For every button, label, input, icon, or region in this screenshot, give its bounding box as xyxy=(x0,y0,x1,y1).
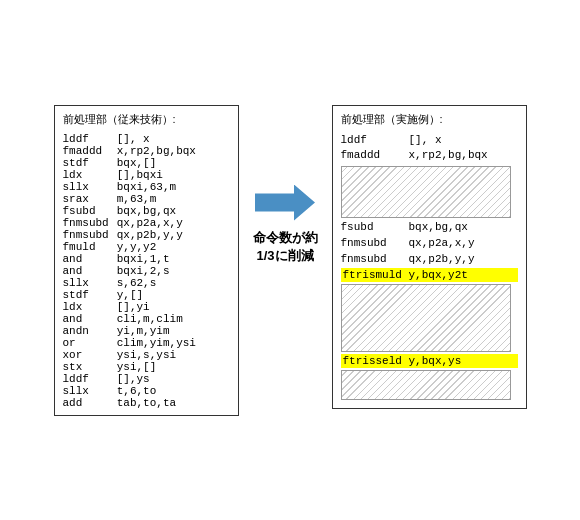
arrow-section: 命令数が約 1/3に削減 xyxy=(247,185,324,265)
left-panel-title: 前処理部（従来技術）: xyxy=(63,112,230,127)
left-args-cell: m,63,m xyxy=(117,193,196,205)
left-op-cell: stdf xyxy=(63,289,117,301)
highlighted-instruction-1: ftrismuld y,bqx,y2t xyxy=(341,268,518,282)
left-args-cell: [],bqxi xyxy=(117,169,196,181)
right-args: qx,p2a,x,y xyxy=(409,236,475,252)
right-op: fsubd xyxy=(341,220,401,236)
left-op-cell: ldx xyxy=(63,301,117,313)
left-op-cell: add xyxy=(63,397,117,409)
right-code-row: fnmsubdqx,p2a,x,y xyxy=(341,236,518,252)
left-code-row: fnmsubdqx,p2b,y,y xyxy=(63,229,196,241)
left-args-cell: t,6,to xyxy=(117,385,196,397)
left-code-row: fmuldy,y,y2 xyxy=(63,241,196,253)
left-op-cell: stdf xyxy=(63,157,117,169)
left-code-row: andbqxi,1,t xyxy=(63,253,196,265)
left-code-row: lddf[], x xyxy=(63,133,196,145)
right-op: fnmsubd xyxy=(341,236,401,252)
right-args: [], x xyxy=(409,133,442,149)
left-code-row: sraxm,63,m xyxy=(63,193,196,205)
left-code-row: sllxt,6,to xyxy=(63,385,196,397)
left-args-cell: [], x xyxy=(117,133,196,145)
left-op-cell: sllx xyxy=(63,385,117,397)
left-args-cell: bqx,[] xyxy=(117,157,196,169)
left-code-row: andcli,m,clim xyxy=(63,313,196,325)
left-op-cell: or xyxy=(63,337,117,349)
left-op-cell: and xyxy=(63,265,117,277)
arrow-label: 命令数が約 1/3に削減 xyxy=(253,229,318,265)
left-op-cell: xor xyxy=(63,349,117,361)
left-args-cell: ysi,s,ysi xyxy=(117,349,196,361)
left-args-cell: clim,yim,ysi xyxy=(117,337,196,349)
right-code-row: lddf[], x xyxy=(341,133,518,149)
left-code-table: lddf[], xfmadddx,rp2,bg,bqxstdfbqx,[]ldx… xyxy=(63,133,196,409)
right-op: fmaddd xyxy=(341,148,401,164)
left-op-cell: stx xyxy=(63,361,117,373)
left-args-cell: bqxi,63,m xyxy=(117,181,196,193)
left-code-row: ldx[],bqxi xyxy=(63,169,196,181)
arrow-icon xyxy=(255,185,315,221)
right-code-row: fsubdbqx,bg,qx xyxy=(341,220,518,236)
left-code-row: fmadddx,rp2,bg,bqx xyxy=(63,145,196,157)
highlighted-instruction-2: ftrisseld y,bqx,ys xyxy=(341,354,518,368)
left-op-cell: ldx xyxy=(63,169,117,181)
right-args: x,rp2,bg,bqx xyxy=(409,148,488,164)
right-content: lddf[], xfmadddx,rp2,bg,bqxfsubdbqx,bg,q… xyxy=(341,133,518,401)
right-op: lddf xyxy=(341,133,401,149)
right-top-section: lddf[], xfmadddx,rp2,bg,bqx xyxy=(341,133,518,165)
left-args-cell: qx,p2a,x,y xyxy=(117,217,196,229)
right-code-row: fnmsubdqx,p2b,y,y xyxy=(341,252,518,268)
left-args-cell: y,y,y2 xyxy=(117,241,196,253)
left-code-row: andbqxi,2,s xyxy=(63,265,196,277)
left-op-cell: andn xyxy=(63,325,117,337)
left-code-row: sllxbqxi,63,m xyxy=(63,181,196,193)
left-panel: 前処理部（従来技術）: lddf[], xfmadddx,rp2,bg,bqxs… xyxy=(54,105,239,416)
left-args-cell: bqxi,2,s xyxy=(117,265,196,277)
left-op-cell: lddf xyxy=(63,373,117,385)
left-op-cell: sllx xyxy=(63,181,117,193)
left-code-row: lddf[],ys xyxy=(63,373,196,385)
left-args-cell: [],yi xyxy=(117,301,196,313)
left-op-cell: and xyxy=(63,253,117,265)
hatched-block-2 xyxy=(341,284,511,352)
right-args: bqx,bg,qx xyxy=(409,220,468,236)
left-op-cell: srax xyxy=(63,193,117,205)
left-code-row: stdfbqx,[] xyxy=(63,157,196,169)
left-op-cell: sllx xyxy=(63,277,117,289)
left-code-row: orclim,yim,ysi xyxy=(63,337,196,349)
left-op-cell: lddf xyxy=(63,133,117,145)
left-code-row: xorysi,s,ysi xyxy=(63,349,196,361)
left-op-cell: fsubd xyxy=(63,205,117,217)
right-panel-title: 前処理部（実施例）: xyxy=(341,112,518,127)
right-code-row: fmadddx,rp2,bg,bqx xyxy=(341,148,518,164)
hatched-block-1 xyxy=(341,166,511,218)
left-op-cell: fnmsubd xyxy=(63,229,117,241)
left-args-cell: tab,to,ta xyxy=(117,397,196,409)
right-mid-section: fsubdbqx,bg,qxfnmsubdqx,p2a,x,yfnmsubdqx… xyxy=(341,220,518,268)
left-code-row: sllxs,62,s xyxy=(63,277,196,289)
left-args-cell: y,[] xyxy=(117,289,196,301)
left-code-row: addtab,to,ta xyxy=(63,397,196,409)
left-op-cell: fnmsubd xyxy=(63,217,117,229)
main-container: 前処理部（従来技術）: lddf[], xfmadddx,rp2,bg,bqxs… xyxy=(44,95,537,426)
left-code-row: andnyi,m,yim xyxy=(63,325,196,337)
left-op-cell: fmaddd xyxy=(63,145,117,157)
left-args-cell: x,rp2,bg,bqx xyxy=(117,145,196,157)
left-args-cell: s,62,s xyxy=(117,277,196,289)
left-args-cell: ysi,[] xyxy=(117,361,196,373)
right-panel: 前処理部（実施例）: lddf[], xfmadddx,rp2,bg,bqxfs… xyxy=(332,105,527,410)
left-args-cell: yi,m,yim xyxy=(117,325,196,337)
left-args-cell: bqx,bg,qx xyxy=(117,205,196,217)
left-code-row: stxysi,[] xyxy=(63,361,196,373)
left-code-row: fsubdbqx,bg,qx xyxy=(63,205,196,217)
left-args-cell: qx,p2b,y,y xyxy=(117,229,196,241)
left-code-row: fnmsubdqx,p2a,x,y xyxy=(63,217,196,229)
left-code-row: ldx[],yi xyxy=(63,301,196,313)
hatched-block-3 xyxy=(341,370,511,400)
left-op-cell: and xyxy=(63,313,117,325)
left-args-cell: [],ys xyxy=(117,373,196,385)
left-args-cell: bqxi,1,t xyxy=(117,253,196,265)
left-args-cell: cli,m,clim xyxy=(117,313,196,325)
left-op-cell: fmuld xyxy=(63,241,117,253)
left-code-row: stdfy,[] xyxy=(63,289,196,301)
right-op: fnmsubd xyxy=(341,252,401,268)
